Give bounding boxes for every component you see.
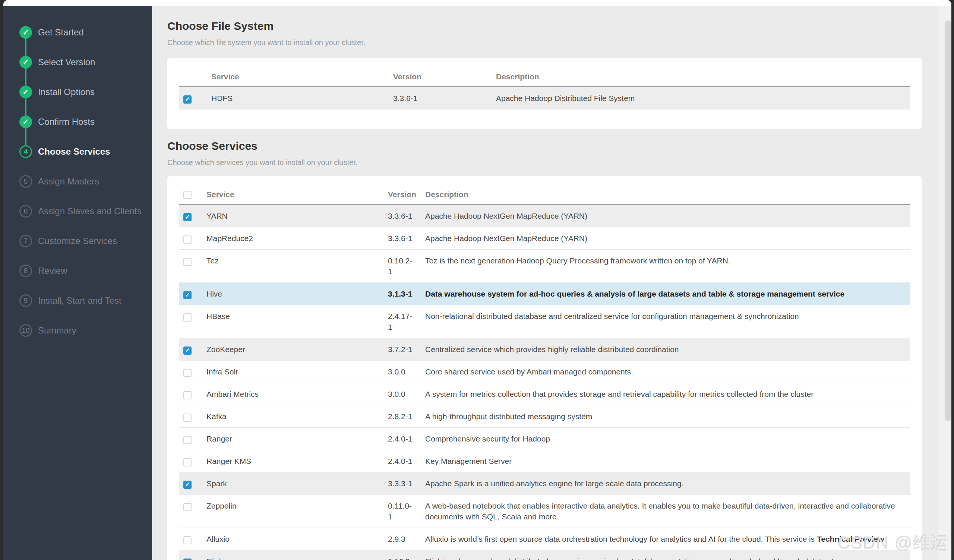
step-bullet [19,26,32,39]
service-description-text: Core shared service used by Ambari manag… [425,367,633,376]
service-description: Comprehensive security for Hadoop [425,428,910,450]
service-checkbox[interactable] [183,313,192,322]
step-label: Summary [38,325,76,336]
wizard-step-install-start-and-test[interactable]: 9 Install, Start and Test [3,286,152,316]
step-bullet: 10 [19,324,32,337]
services-section-title: Choose Services [167,139,951,153]
service-checkbox[interactable] [183,414,192,422]
wizard-step-install-options[interactable]: Install Options [3,77,152,107]
service-checkbox[interactable] [183,458,192,467]
service-version: 2.8.2-1 [388,405,425,427]
service-checkbox[interactable] [183,558,192,560]
checkbox-cell [179,338,206,360]
checkbox-cell [179,473,206,495]
service-checkbox[interactable] [183,95,192,104]
step-number: 4 [24,148,28,156]
column-header-description: Description [496,72,910,81]
file-system-card: Service Version Description HDFS 3.3.6-1… [167,58,922,129]
service-description-text: Apache Hadoop NextGen MapReduce (YARN) [425,234,587,243]
service-description: Core shared service used by Ambari manag… [425,361,910,383]
service-checkbox[interactable] [183,369,192,377]
service-table-row[interactable]: Tez 0.10.2-1 Tez is the next generation … [179,250,910,283]
service-description: Apache Spark is a unified analytics engi… [425,473,910,495]
service-checkbox[interactable] [183,258,192,266]
service-checkbox[interactable] [183,235,192,244]
service-checkbox[interactable] [183,347,192,355]
service-table-row[interactable]: Ambari Metrics 3.0.0 A system for metric… [179,383,910,405]
step-label: Select Version [38,57,95,67]
service-version: 0.10.2-1 [388,250,425,282]
service-checkbox[interactable] [183,213,192,221]
service-table-row[interactable]: YARN 3.3.6-1 Apache Hadoop NextGen MapRe… [179,205,910,227]
service-description-text: A system for metrics collection that pro… [425,390,814,398]
service-name: Spark [206,473,388,495]
service-checkbox[interactable] [183,436,192,444]
service-description-text: Key Management Server [425,457,512,465]
step-bullet: 9 [19,294,32,307]
wizard-step-select-version[interactable]: Select Version [3,47,152,77]
service-checkbox[interactable] [183,536,192,544]
checkbox-cell [179,227,206,249]
wizard-step-assign-masters[interactable]: 5 Assign Masters [3,166,152,196]
wizard-step-assign-slaves-and-clients[interactable]: 6 Assign Slaves and Clients [3,196,152,226]
service-name: Hive [206,283,388,305]
step-bullet: 8 [19,264,32,277]
service-name: Ranger KMS [206,450,388,472]
service-version: 2.4.17-1 [388,305,425,338]
wizard-step-customize-services[interactable]: 7 Customize Services [3,226,152,256]
service-checkbox[interactable] [183,391,192,400]
service-name: MapReduce2 [206,227,388,249]
service-description-text: Centralized service which provides highl… [425,345,679,353]
check-icon [23,29,29,36]
service-description: Apache Hadoop Distributed File System [496,87,910,109]
service-table-row[interactable]: Ranger 2.4.0-1 Comprehensive security fo… [179,428,910,450]
wizard-step-review[interactable]: 8 Review [3,256,152,286]
service-name: Flink [206,550,388,560]
service-description: A high-throughput distributed messaging … [425,405,910,427]
checkbox-cell [179,305,206,338]
service-name: Tez [206,250,388,282]
service-description-text: Apache Spark is a unified analytics engi… [425,479,683,488]
service-name: Kafka [206,405,388,427]
service-description-text: Tez is the next generation Hadoop Query … [425,256,730,265]
service-table-row[interactable]: Zeppelin 0.11.0-1 A web-based notebook t… [179,495,910,528]
wizard-step-choose-services[interactable]: 4 Choose Services [3,137,152,166]
step-label: Review [38,266,67,276]
step-bullet: 4 [19,145,32,158]
service-table-row[interactable]: Hive 3.1.3-1 Data warehouse system for a… [179,283,910,305]
wizard-step-get-started[interactable]: Get Started [3,17,152,47]
checkbox-cell [179,528,206,550]
service-name: HDFS [211,87,393,109]
services-table-header: Service Version Description [179,185,910,205]
service-table-row[interactable]: MapReduce2 3.3.6-1 Apache Hadoop NextGen… [179,227,910,250]
service-table-row[interactable]: ZooKeeper 3.7.2-1 Centralized service wh… [179,338,910,361]
service-checkbox[interactable] [183,291,192,299]
service-table-row[interactable]: HBase 2.4.17-1 Non-relational distribute… [179,305,910,338]
service-name: Zeppelin [206,495,388,527]
service-table-row[interactable]: Flink 1.16.2-1 Flink is a framework and … [179,550,910,560]
window-top-bar [3,0,951,6]
service-table-row[interactable]: Spark 3.3.3-1 Apache Spark is a unified … [179,473,910,495]
step-number: 9 [24,297,28,305]
checkbox-cell [179,405,206,427]
column-header-description: Description [425,190,910,199]
service-version: 3.3.6-1 [388,227,425,249]
wizard-step-list: Get Started Select Version Install Optio… [3,6,152,345]
scrollbar-track[interactable] [938,6,951,560]
service-table-row[interactable]: HDFS 3.3.6-1 Apache Hadoop Distributed F… [179,87,910,110]
checkbox-cell [179,450,206,472]
technical-preview-label: Technical Preview [817,535,884,543]
service-name: HBase [206,305,388,338]
services-table-body: YARN 3.3.6-1 Apache Hadoop NextGen MapRe… [179,205,910,560]
service-table-row[interactable]: Alluxio 2.9.3 Alluxio is world’s first o… [179,528,910,550]
service-table-row[interactable]: Kafka 2.8.2-1 A high-throughput distribu… [179,405,910,428]
service-table-row[interactable]: Ranger KMS 2.4.0-1 Key Management Server [179,450,910,473]
service-description: A web-based notebook that enables intera… [425,495,910,527]
wizard-step-confirm-hosts[interactable]: Confirm Hosts [3,107,152,137]
scrollbar-thumb[interactable] [945,20,951,421]
service-table-row[interactable]: Infra Solr 3.0.0 Core shared service use… [179,361,910,383]
wizard-step-summary[interactable]: 10 Summary [3,316,152,345]
service-checkbox[interactable] [183,503,192,511]
service-checkbox[interactable] [183,481,192,489]
select-all-checkbox[interactable] [183,191,192,199]
